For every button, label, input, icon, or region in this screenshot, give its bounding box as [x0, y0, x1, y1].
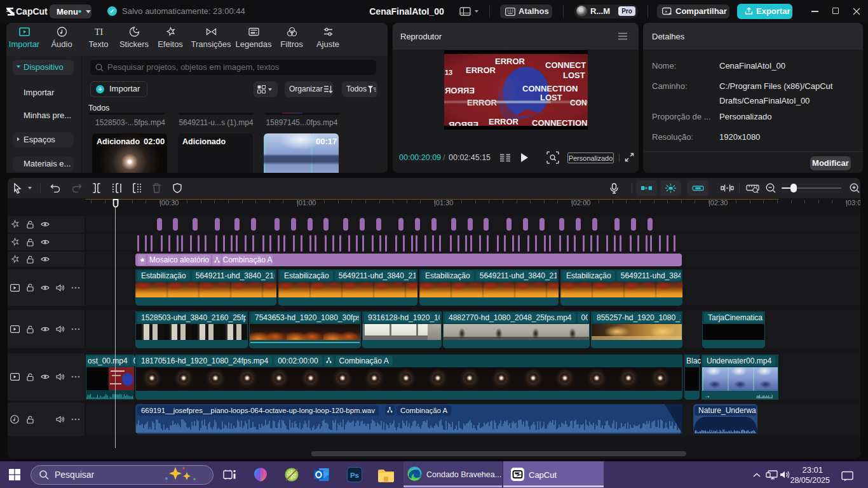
svg-text:ERROR: ERROR — [444, 86, 475, 95]
svg-text:LOST: LOST — [563, 71, 585, 80]
svg-text:ERROR: ERROR — [489, 117, 519, 126]
svg-text:ERROR: ERROR — [448, 120, 478, 126]
svg-text:ERROR: ERROR — [466, 65, 496, 75]
svg-text:TI: TI — [94, 27, 103, 37]
svg-text:CONNECTION: CONNECTION — [532, 118, 587, 126]
svg-text:CONNECTION: CONNECTION — [522, 84, 578, 93]
svg-text:Ps: Ps — [350, 471, 359, 479]
svg-text:CONNECT: CONNECT — [545, 60, 586, 70]
svg-text:13: 13 — [445, 69, 452, 76]
svg-text:ERROR: ERROR — [495, 57, 526, 66]
